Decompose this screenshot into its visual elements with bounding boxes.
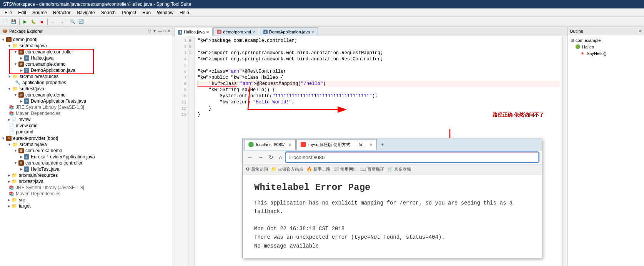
tree-item[interactable]: ▶ 📁 target — [0, 203, 173, 209]
tree-item[interactable]: 📚 JRE System Library [JavaSE-1.8] — [0, 104, 173, 110]
tab-close-localhost[interactable]: ✕ — [288, 143, 291, 147]
outline-item-0[interactable]: ⊞ com.example — [569, 37, 642, 43]
outline-header: Outline ✕ — [567, 27, 644, 35]
tree-item[interactable]: 📄 pom.xml — [0, 129, 173, 135]
tree-item[interactable]: ▼ 🗂 eureka-provider [boot] — [0, 135, 173, 141]
forward-button[interactable]: → — [256, 153, 265, 161]
tree-item[interactable]: ▼ 📁 src/main/java — [0, 141, 173, 148]
outline-close-btn[interactable]: ✕ — [639, 29, 642, 33]
bookmark-3[interactable]: 🔥 新手上路 — [306, 166, 330, 172]
bookmark-1[interactable]: ⚙ 最常访问 — [246, 166, 268, 172]
tree-container[interactable]: ▼ 🗂 demo [boot]▼ 📁 src/main/java▼ ⊞ com.… — [0, 35, 173, 266]
tree-item[interactable]: ▶ J EurekaProviderApplication.java — [0, 154, 173, 160]
line-numbers: 12345678910111213 — [173, 36, 188, 266]
tree-item[interactable]: 📚 JRE System Library [JavaSE-1.8] — [0, 185, 173, 191]
outline-item-2[interactable]: 🔺 SayHello() — [569, 50, 642, 57]
bookmark-label-5: 百度翻译 — [367, 166, 384, 172]
scrollbar-right[interactable] — [562, 36, 567, 266]
menu-help[interactable]: Help — [176, 9, 192, 16]
menu-source[interactable]: Source — [29, 9, 50, 16]
panel-min-btn[interactable]: — — [158, 29, 162, 33]
menu-search[interactable]: Search — [98, 9, 119, 16]
tab-close-0[interactable]: ✕ — [206, 30, 209, 34]
tree-item[interactable]: 🔧 application.properties — [0, 80, 173, 86]
refresh-button[interactable]: ↻ — [267, 153, 275, 161]
tree-item[interactable]: ▼ ⊞ com.eureka.demo — [0, 148, 173, 154]
tree-item[interactable]: ▶ 📁 src — [0, 197, 173, 203]
error-body: This application has no explicit mapping… — [254, 199, 530, 250]
tree-item[interactable]: ▼ ⊞ com.example.demo — [0, 61, 173, 67]
tree-item[interactable]: 📚 Maven Dependencies — [0, 191, 173, 197]
editor-tab-2[interactable]: JDemoApplication.java✕ — [260, 27, 318, 36]
tab-close-2[interactable]: ✕ — [311, 30, 315, 34]
tab-icon-1: X — [217, 30, 221, 34]
menu-edit[interactable]: Edit — [15, 9, 29, 16]
tree-item[interactable]: ▼ ⊞ com.eureka.demo.controller — [0, 160, 173, 166]
editor-tab-1[interactable]: Xdemo/pom.xml✕ — [213, 27, 259, 36]
menu-run[interactable]: Run — [139, 9, 154, 16]
tab-label-localhost: localhost:8080/ — [256, 142, 285, 147]
outline-title-area: Outline — [570, 29, 583, 33]
toolbar-back[interactable]: ← — [49, 18, 57, 26]
tree-item[interactable]: ▼ 📁 src/main/java — [0, 43, 173, 49]
browser-tab-mysql[interactable]: mysql解压版 使用方式——fo... ✕ — [296, 139, 377, 150]
toolbar-separator-1 — [19, 19, 20, 25]
tree-item[interactable]: ▶ 📁 src/main/resources — [0, 172, 173, 178]
tab-close-1[interactable]: ✕ — [253, 30, 256, 34]
tree-item[interactable]: ▶ 📄 mvnw — [0, 116, 173, 123]
package-explorer-icon: 📦 — [2, 28, 8, 33]
toolbar-save[interactable]: 💾 — [10, 18, 18, 26]
bookmark-6[interactable]: 🛒 京东商城 — [387, 166, 411, 172]
address-text[interactable]: localhost:8080 — [292, 155, 535, 160]
menu-refactor[interactable]: Refactor — [50, 9, 73, 16]
panel-close-btn[interactable]: ✕ — [167, 29, 170, 33]
home-button[interactable]: ⌂ — [277, 153, 283, 161]
menu-window[interactable]: Window — [154, 9, 176, 16]
tree-item[interactable]: ▼ 📁 src/main/resources — [0, 73, 173, 80]
panel-max-btn[interactable]: □ — [163, 29, 166, 33]
toolbar-search[interactable]: 🔍 — [69, 18, 77, 26]
tree-item[interactable]: ▼ ⊞ com.example.demo — [0, 92, 173, 98]
toolbar-refresh[interactable]: 🔄 — [77, 18, 85, 26]
bookmark-icon-5: 📖 — [360, 166, 366, 172]
toolbar: 📄 💾 ▶ 🐛 ■ ← → 🔍 🔄 — [0, 17, 644, 27]
menu-project[interactable]: Project — [119, 9, 139, 16]
menu-navigate[interactable]: Navigate — [73, 9, 98, 16]
tree-item[interactable]: ▶ J HelloTest.java — [0, 166, 173, 172]
tree-item[interactable]: ▶ J DemoApplication.java — [0, 67, 173, 73]
editor-tab-0[interactable]: JHalleo.java✕ — [175, 28, 213, 36]
toolbar-new[interactable]: 📄 — [2, 18, 9, 26]
toolbar-run[interactable]: ▶ — [21, 18, 29, 26]
new-tab-button[interactable]: + — [378, 141, 387, 148]
bookmark-5[interactable]: 📖 百度翻译 — [360, 166, 384, 172]
tree-item[interactable]: 📚 Maven Dependencies — [0, 110, 173, 116]
menu-bar: File Edit Source Refactor Navigate Searc… — [0, 8, 644, 17]
menu-file[interactable]: File — [2, 9, 15, 16]
tree-item[interactable]: ▶ 📁 src/test/java — [0, 178, 173, 185]
outline-item-1[interactable]: 🟢 Halleo — [569, 43, 642, 50]
tree-item[interactable]: ▼ 🗂 demo [boot] — [0, 36, 173, 43]
tree-item[interactable]: ▼ ⊞ com.example.controller — [0, 49, 173, 55]
address-bar[interactable]: ℹ localhost:8080 — [286, 152, 539, 162]
bookmark-4[interactable]: 📰 常用网址 — [333, 166, 357, 172]
toolbar-forward[interactable]: → — [58, 18, 65, 26]
tab-icon-0: J — [178, 30, 182, 34]
tab-label-1: demo/pom.xml — [223, 30, 251, 34]
toolbar-debug[interactable]: 🐛 — [30, 18, 37, 26]
back-button[interactable]: ← — [246, 153, 254, 161]
panel-menu-btn[interactable]: ▼ — [153, 29, 156, 33]
panel-collapse-btn[interactable]: ▽ — [148, 29, 151, 33]
tree-item[interactable]: 📄 mvnw.cmd — [0, 123, 173, 129]
bookmark-2[interactable]: 📁 火狐官方站点 — [271, 166, 303, 172]
tab-close-mysql[interactable]: ✕ — [369, 143, 373, 147]
bookmark-icon-2: 📁 — [271, 166, 277, 172]
browser-nav: ← → ↻ ⌂ ℹ localhost:8080 — [243, 151, 542, 165]
tree-item[interactable]: ▼ 📁 src/test/java — [0, 86, 173, 92]
tree-item[interactable]: ▶ J DemoApplicationTests.java — [0, 98, 173, 104]
editor-tabs: JHalleo.java✕Xdemo/pom.xml✕JDemoApplicat… — [173, 27, 567, 36]
browser-tab-localhost[interactable]: localhost:8080/ ✕ — [244, 139, 296, 150]
code-gutter: ⊖ ⊖⊖ — [188, 36, 195, 266]
toolbar-stop[interactable]: ■ — [38, 18, 46, 26]
tree-item[interactable]: ▶ J Halleo.java — [0, 55, 173, 61]
browser-content: Whitelabel Error Page This application h… — [243, 175, 542, 258]
